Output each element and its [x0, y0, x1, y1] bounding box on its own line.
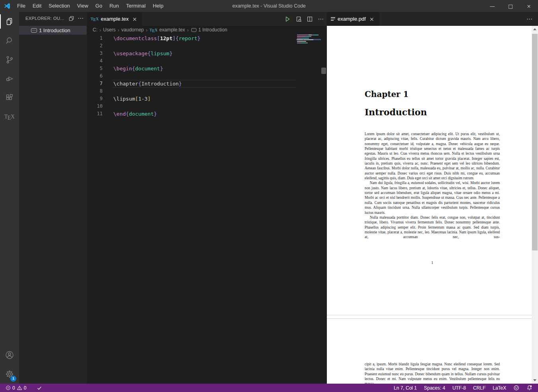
eol-status[interactable]: CRLF — [473, 385, 486, 391]
activity-source-control-button[interactable] — [0, 50, 19, 69]
chevron-right-icon: › — [146, 27, 148, 33]
tab-close-icon[interactable]: × — [131, 16, 138, 22]
line-number[interactable]: 9 — [87, 95, 103, 103]
menu-edit[interactable]: Edit — [29, 0, 45, 12]
tab-close-icon[interactable]: × — [368, 16, 375, 22]
minimize-button[interactable]: — — [483, 0, 501, 12]
code-line[interactable]: \begin{document} — [113, 65, 295, 72]
pdf-scrollbar[interactable] — [532, 26, 538, 384]
sidebar-more-actions-icon[interactable]: ⋯ — [78, 16, 84, 20]
breadcrumb-item[interactable]: 1 Introduction — [191, 27, 227, 33]
code-line[interactable]: \lipsum[1-3] — [113, 95, 295, 103]
error-count: 0 — [12, 385, 15, 391]
menu-view[interactable]: View — [74, 0, 92, 12]
pdf-section-heading: Introduction — [365, 107, 427, 117]
breadcrumb-item[interactable]: Users — [103, 27, 115, 33]
encoding-status[interactable]: UTF-8 — [453, 385, 466, 391]
code-line[interactable] — [113, 87, 295, 95]
line-number[interactable]: 11 — [87, 110, 103, 118]
line-number[interactable]: 3 — [87, 50, 103, 57]
minimap-line — [297, 35, 319, 35]
pdf-scrollbar-thumb[interactable] — [532, 34, 538, 250]
editor-actions: ⋯ — [284, 12, 327, 26]
code-line[interactable]: \end{document} — [113, 110, 295, 118]
menu-help[interactable]: Help — [149, 0, 167, 12]
outline-item-introduction[interactable]: 1 Introduction — [19, 26, 87, 35]
pdf-paragraph: cipit a, ipsum. Morbi blandit ligula feu… — [365, 362, 500, 384]
tex-icon: TEX — [4, 114, 15, 120]
pdf-tab-bar: example.pdf × ⋯ — [327, 12, 538, 26]
code-line[interactable]: \chapter{Introduction} — [113, 80, 295, 87]
vscode-logo-icon[interactable] — [0, 2, 14, 10]
line-number[interactable]: 2 — [87, 42, 103, 50]
activity-search-button[interactable] — [0, 31, 19, 50]
menu-run[interactable]: Run — [106, 0, 122, 12]
breadcrumb-item[interactable]: C: — [93, 27, 97, 33]
menu-go[interactable]: Go — [92, 0, 106, 12]
title-bar: FileEditSelectionViewGoRunTerminalHelp e… — [0, 0, 538, 12]
symbol-icon — [31, 28, 37, 33]
editor-scrollbar-thumb[interactable] — [321, 68, 326, 74]
notifications-bell-icon[interactable] — [526, 385, 532, 391]
latex-build-status[interactable] — [35, 385, 44, 391]
maximize-button[interactable]: □ — [501, 0, 520, 12]
menu-selection[interactable]: Selection — [45, 0, 73, 12]
editor-more-actions-icon[interactable]: ⋯ — [318, 17, 324, 21]
minimap-line — [297, 36, 311, 37]
scroll-down-icon[interactable] — [532, 377, 538, 384]
activity-explorer-button[interactable] — [0, 12, 19, 31]
language-mode-status[interactable]: LaTeX — [493, 385, 506, 391]
line-number[interactable]: 8 — [87, 87, 103, 95]
open-editors-icon[interactable] — [68, 16, 74, 21]
line-number[interactable]: 4 — [87, 57, 103, 65]
code-line[interactable] — [113, 42, 295, 50]
pdf-preview-group: example.pdf × ⋯ Chapter 1 Introduction L… — [327, 12, 538, 384]
breadcrumb-item[interactable]: TEXexample.tex — [150, 27, 185, 33]
activity-run-debug-button[interactable] — [0, 69, 19, 88]
line-number[interactable]: 6 — [87, 72, 103, 80]
view-pdf-button[interactable] — [295, 16, 302, 22]
code-line[interactable] — [113, 103, 295, 110]
close-window-button[interactable]: × — [520, 0, 538, 12]
tab-example-pdf[interactable]: example.pdf × — [327, 12, 380, 26]
feedback-icon[interactable] — [513, 385, 519, 391]
line-number[interactable]: 7 — [87, 80, 103, 87]
pdf-paragraph: Lorem ipsum dolor sit amet, consectetuer… — [365, 132, 500, 180]
pdf-more-actions-icon[interactable]: ⋯ — [526, 17, 532, 21]
tab-example-tex[interactable]: TEX example.tex × — [87, 12, 143, 26]
run-debug-icon — [5, 74, 14, 83]
build-latex-button[interactable] — [284, 16, 291, 22]
breadcrumb-item[interactable]: vaudornep — [121, 27, 144, 33]
indentation-status[interactable]: Spaces: 4 — [424, 385, 445, 391]
minimap-line — [297, 43, 308, 43]
activity-bar: TEX 1 — [0, 12, 19, 384]
scroll-up-icon[interactable] — [532, 26, 538, 33]
pdf-viewer[interactable]: Chapter 1 Introduction Lorem ipsum dolor… — [327, 26, 538, 384]
pdf-file-icon — [331, 17, 336, 21]
minimap[interactable] — [296, 34, 320, 89]
settings-button[interactable]: 1 — [0, 365, 19, 384]
code-line[interactable]: \documentclass[12pt]{report} — [113, 35, 295, 42]
code-line[interactable]: \usepackage{lipsum} — [113, 50, 295, 57]
accounts-button[interactable] — [0, 345, 19, 365]
code-line[interactable] — [113, 72, 295, 80]
split-editor-button[interactable] — [307, 16, 313, 22]
activity-extensions-button[interactable] — [0, 88, 19, 107]
line-number[interactable]: 10 — [87, 103, 103, 110]
code-line[interactable] — [113, 57, 295, 65]
activity-latex-workshop-button[interactable]: TEX — [0, 107, 19, 126]
error-icon — [6, 385, 11, 390]
code-editor[interactable]: 1234567891011 \documentclass[12pt]{repor… — [87, 34, 327, 384]
files-icon — [5, 17, 14, 26]
editor-group: TEX example.tex × — [87, 12, 327, 384]
line-number[interactable]: 1 — [87, 35, 103, 42]
cursor-position-status[interactable]: Ln 7, Col 1 — [394, 385, 417, 391]
status-bar: 0 0 Ln 7, Col 1 Spaces: 4 UTF-8 CRLF LaT… — [0, 384, 538, 392]
pdf-body-text: cipit a, ipsum. Morbi blandit ligula feu… — [327, 319, 500, 384]
line-number[interactable]: 5 — [87, 65, 103, 72]
menu-terminal[interactable]: Terminal — [122, 0, 149, 12]
menu-file[interactable]: File — [14, 0, 29, 12]
extensions-icon — [5, 93, 14, 103]
problems-status[interactable]: 0 0 — [4, 385, 28, 391]
breadcrumb: C:›Users›vaudornep›TEXexample.tex›1 Intr… — [87, 26, 327, 34]
